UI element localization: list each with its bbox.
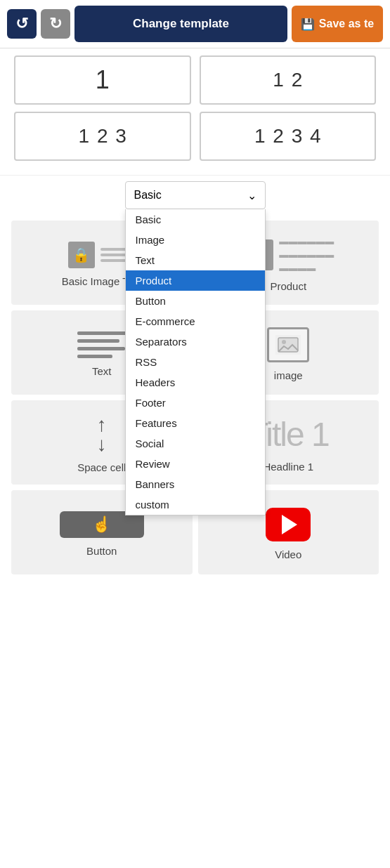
dropdown-item-rss[interactable]: RSS xyxy=(126,352,265,372)
layout-1col-label: 1 xyxy=(96,65,110,95)
undo-icon: ↺ xyxy=(15,15,28,33)
layout-1-2col-labels: 1 2 xyxy=(273,69,302,91)
dropdown-item-banners[interactable]: Banners xyxy=(126,474,265,494)
svg-point-2 xyxy=(282,340,286,344)
layout-1col[interactable]: 1 xyxy=(14,55,191,105)
dropdown-item-text[interactable]: Text xyxy=(126,250,265,270)
filter-select[interactable]: Basic ⌄ xyxy=(125,181,266,209)
toolbar: ↺ ↻ Change template 💾 Save as te xyxy=(0,0,390,48)
redo-icon: ↻ xyxy=(49,15,62,33)
product-label: Product xyxy=(270,280,306,292)
layout-1-2-3-4col[interactable]: 1 2 3 4 xyxy=(200,112,377,161)
play-icon xyxy=(282,515,297,534)
arrow-up-icon: ↑ xyxy=(97,415,107,435)
change-template-label: Change template xyxy=(133,17,229,31)
redo-button[interactable]: ↻ xyxy=(41,9,70,39)
button-label: Button xyxy=(86,545,117,557)
change-template-button[interactable]: Change template xyxy=(74,6,287,42)
layout-1-2-3col[interactable]: 1 2 3 xyxy=(14,112,191,161)
layout-row-2: 1 2 3 1 2 3 4 xyxy=(14,112,376,161)
arrow-down-icon: ↓ xyxy=(97,435,107,454)
dropdown-item-footer[interactable]: Footer xyxy=(126,393,265,413)
layout-1-2-3-4col-labels: 1 2 3 4 xyxy=(254,125,321,147)
save-template-label: Save as te xyxy=(319,18,374,30)
undo-button[interactable]: ↺ xyxy=(7,9,37,39)
save-template-button[interactable]: 💾 Save as te xyxy=(292,6,383,42)
save-icon: 💾 xyxy=(301,18,315,31)
dropdown-item-product[interactable]: Product xyxy=(126,270,265,291)
dropdown-item-features[interactable]: Features xyxy=(126,413,265,433)
dropdown-item-button[interactable]: Button xyxy=(126,291,265,311)
dropdown-item-separators[interactable]: Separators xyxy=(126,331,265,352)
cursor-icon: ☝ xyxy=(92,515,111,534)
dropdown-item-review[interactable]: Review xyxy=(126,454,265,474)
layout-row-1: 1 1 2 xyxy=(14,55,376,105)
dropdown-item-ecommerce[interactable]: E-commerce xyxy=(126,311,265,331)
dropdown-item-basic[interactable]: Basic xyxy=(126,209,265,230)
filter-dropdown-wrapper: Basic ⌄ Basic Image Text Product Button … xyxy=(125,181,266,209)
layout-1-2-3col-labels: 1 2 3 xyxy=(79,125,126,147)
dropdown-item-custom[interactable]: custom xyxy=(126,494,265,515)
text-label: Text xyxy=(92,365,112,377)
video-icon xyxy=(266,508,311,541)
image-svg xyxy=(275,335,301,355)
layout-section: 1 1 2 1 2 3 1 2 3 4 xyxy=(0,48,390,176)
space-cell-label: Space cell xyxy=(77,461,126,473)
dropdown-item-headers[interactable]: Headers xyxy=(126,372,265,393)
dropdown-item-social[interactable]: Social xyxy=(126,433,265,454)
space-cell-icon: ↑ ↓ xyxy=(97,415,107,454)
layout-1-2col[interactable]: 1 2 xyxy=(200,55,377,105)
image-icon xyxy=(267,327,309,362)
image-label: image xyxy=(274,369,303,381)
headline-1-label: Headline 1 xyxy=(263,461,313,473)
text-icon xyxy=(77,331,126,358)
filter-dropdown-list: Basic Image Text Product Button E-commer… xyxy=(125,209,266,515)
lock-small-icon: 🔒 xyxy=(72,246,90,263)
filter-selected-value: Basic xyxy=(134,189,162,202)
filter-area: Basic ⌄ Basic Image Text Product Button … xyxy=(0,176,390,215)
chevron-down-icon: ⌄ xyxy=(247,189,256,202)
dropdown-item-image[interactable]: Image xyxy=(126,230,265,250)
video-label: Video xyxy=(275,548,301,560)
